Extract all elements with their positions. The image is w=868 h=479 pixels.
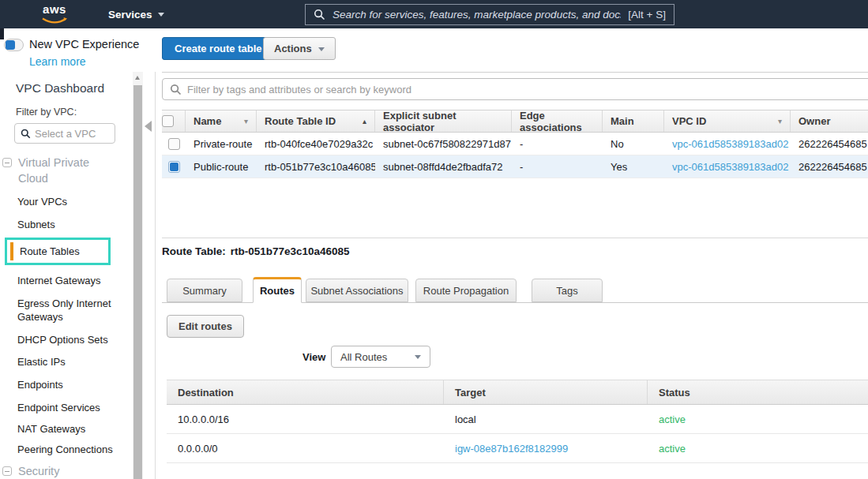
new-vpc-experience-toggle[interactable]	[4, 39, 24, 51]
sort-desc-icon: ▾	[778, 117, 782, 125]
collapse-sidebar-icon[interactable]	[145, 121, 152, 132]
column-header-destination[interactable]: Destination	[167, 380, 444, 404]
top-navbar: aws Services Search for services, featur…	[0, 0, 868, 28]
collapse-section-icon[interactable]	[2, 158, 12, 167]
cell-destination: 10.0.0.0/16	[167, 414, 444, 425]
sidebar-item-egress-only-internet-gateways[interactable]: Egress Only Internet Gateways	[17, 297, 118, 324]
select-all-checkbox-cell	[162, 110, 186, 132]
search-icon	[21, 129, 31, 139]
section-label[interactable]: Security	[18, 464, 113, 479]
sidebar-title-vpc-dashboard[interactable]: VPC Dashboard	[16, 81, 133, 95]
row-checkbox-cell	[162, 138, 186, 150]
chevron-down-icon	[318, 47, 325, 51]
actions-button[interactable]: Actions	[263, 37, 336, 60]
tab-tags[interactable]: Tags	[532, 279, 603, 302]
sidebar-item-route-tables[interactable]: Route Tables	[5, 238, 111, 265]
services-menu[interactable]: Services	[108, 0, 164, 28]
search-icon	[170, 84, 182, 95]
global-search-input[interactable]: Search for services, features, marketpla…	[305, 4, 674, 25]
edit-routes-button[interactable]: Edit routes	[167, 315, 244, 338]
sidebar-item-dhcp-options-sets[interactable]: DHCP Options Sets	[17, 333, 118, 347]
chevron-down-icon	[415, 355, 421, 359]
cell-owner: 262226454685	[791, 138, 868, 150]
cell-owner: 262226454685	[791, 161, 868, 173]
search-placeholder: Search for services, features, marketpla…	[333, 9, 621, 21]
detail-section-divider	[162, 238, 868, 238]
cell-status: active	[648, 443, 868, 455]
table-row-public-route[interactable]: Public-route rtb-051b77e3c10a46085 subne…	[162, 155, 868, 178]
cell-explicit-subnet: subnet-0c67f580822971d87	[375, 138, 512, 150]
actions-button-label: Actions	[274, 43, 312, 54]
sidebar-item-your-vpcs[interactable]: Your VPCs	[17, 195, 118, 209]
cell-target-link[interactable]: igw-08e87b162f8182999	[444, 443, 648, 455]
routes-header-row: Destination Target Status	[167, 380, 868, 405]
aws-logo-text: aws	[39, 4, 70, 15]
tab-subnet-associations[interactable]: Subnet Associations	[306, 279, 408, 302]
view-label: View	[302, 351, 325, 363]
section-label[interactable]: Virtual Private Cloud	[18, 155, 113, 186]
column-header-main[interactable]: Main	[603, 110, 664, 132]
scroll-up-icon[interactable]	[135, 76, 140, 80]
row-checkbox-checked[interactable]	[168, 161, 180, 173]
row-checkbox[interactable]	[168, 138, 180, 150]
select-vpc-input[interactable]: Select a VPC	[14, 123, 115, 144]
route-tables-header-row: Name▾ Route Table ID▴ Explicit subnet as…	[162, 110, 868, 133]
dark-corner-artifact	[0, 28, 4, 39]
search-icon	[314, 9, 325, 21]
tab-summary[interactable]: Summary	[167, 279, 242, 302]
sidebar-item-nat-gateways[interactable]: NAT Gateways	[17, 422, 118, 436]
filter-placeholder: Filter by tags and attributes or search …	[187, 84, 411, 95]
sidebar-item-endpoints[interactable]: Endpoints	[17, 378, 118, 392]
cell-vpc-id-link[interactable]: vpc-061d585389183ad02 ...	[664, 161, 791, 173]
column-header-explicit-subnet-associator[interactable]: Explicit subnet associator	[375, 110, 512, 132]
cell-vpc-id-link[interactable]: vpc-061d585389183ad02 ...	[664, 138, 791, 150]
action-bar: New VPC Experience Learn more Create rou…	[0, 28, 868, 72]
detail-title: Route Table:rtb-051b77e3c10a46085	[162, 245, 350, 257]
tab-route-propagation[interactable]: Route Propagation	[415, 279, 517, 302]
aws-logo[interactable]: aws	[39, 4, 70, 27]
chevron-down-icon	[158, 13, 164, 17]
route-row-local: 10.0.0.0/16 local active	[167, 405, 868, 434]
cell-explicit-subnet: subnet-08ffd4de2fbadfa72	[375, 161, 512, 173]
column-header-vpc-id[interactable]: VPC ID▾	[664, 110, 791, 132]
column-header-status[interactable]: Status	[648, 380, 868, 404]
row-checkbox-cell	[162, 161, 186, 173]
table-row-private-route[interactable]: Private-route rtb-040fce40e7029a32c subn…	[162, 133, 868, 155]
select-vpc-placeholder: Select a VPC	[35, 128, 96, 140]
sidebar-item-internet-gateways[interactable]: Internet Gateways	[17, 274, 118, 288]
route-tables-table: Name▾ Route Table ID▴ Explicit subnet as…	[162, 110, 868, 178]
sidebar-item-label: Route Tables	[20, 245, 80, 257]
sidebar-item-subnets[interactable]: Subnets	[17, 218, 118, 232]
vpc-sidebar: VPC Dashboard Filter by VPC: Select a VP…	[0, 72, 133, 479]
new-vpc-experience-label: New VPC Experience	[29, 38, 139, 51]
sidebar-item-endpoint-services[interactable]: Endpoint Services	[17, 401, 118, 415]
collapse-section-icon[interactable]	[2, 466, 12, 476]
tab-routes[interactable]: Routes	[253, 277, 302, 303]
panel-top-border	[162, 72, 868, 73]
column-header-route-table-id[interactable]: Route Table ID▴	[257, 110, 375, 132]
cell-status: active	[648, 414, 868, 425]
cell-main: No	[603, 138, 664, 150]
sidebar-scrollbar[interactable]	[133, 72, 143, 479]
sidebar-item-elastic-ips[interactable]: Elastic IPs	[17, 355, 118, 369]
aws-smile-icon	[41, 17, 68, 24]
cell-target: local	[444, 414, 648, 425]
column-header-edge-associations[interactable]: Edge associations	[512, 110, 603, 132]
scrollbar-thumb[interactable]	[133, 85, 142, 479]
route-tables-filter-input[interactable]: Filter by tags and attributes or search …	[162, 78, 868, 100]
aws-console-window: aws Services Search for services, featur…	[0, 0, 868, 479]
learn-more-link[interactable]: Learn more	[29, 55, 86, 68]
select-all-checkbox[interactable]	[162, 115, 174, 127]
cell-destination: 0.0.0.0/0	[167, 443, 444, 455]
filter-by-vpc-label: Filter by VPC:	[16, 107, 133, 118]
column-header-target[interactable]: Target	[444, 380, 648, 404]
column-header-name[interactable]: Name▾	[186, 110, 257, 132]
cell-main: Yes	[603, 161, 664, 173]
detail-title-value: rtb-051b77e3c10a46085	[231, 245, 350, 257]
route-row-igw: 0.0.0.0/0 igw-08e87b162f8182999 active	[167, 434, 868, 463]
sidebar-item-peering-connections[interactable]: Peering Connections	[17, 443, 118, 457]
view-routes-select[interactable]: All Routes	[331, 346, 430, 368]
column-header-owner[interactable]: Owner▾	[791, 110, 868, 132]
detail-tabs: Summary Routes Subnet Associations Route…	[167, 278, 603, 302]
create-route-table-button[interactable]: Create route table	[162, 37, 275, 60]
